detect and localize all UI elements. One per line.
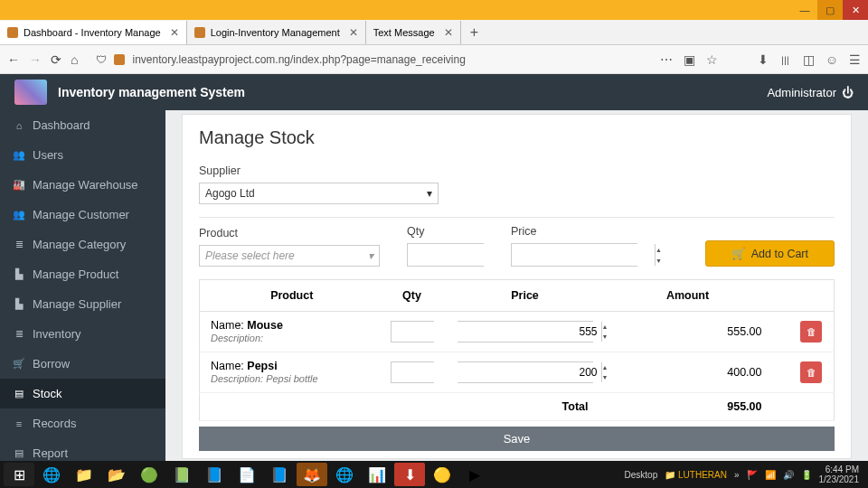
tab-login[interactable]: Login-Inventory Management ✕ [187, 21, 366, 44]
app-header: Inventory management System Administrato… [0, 74, 868, 110]
sidebar-item-stock[interactable]: ▤Stock [0, 379, 165, 408]
sidebar-item-inventory[interactable]: ≣Inventory [0, 319, 165, 349]
taskbar-app-folder[interactable]: 📂 [101, 463, 132, 486]
tray-chevron-icon[interactable]: » [734, 470, 740, 480]
sidebar-item-product[interactable]: ▙Manage Product [0, 259, 165, 289]
qty-label: Qty [407, 225, 511, 238]
window-close-button[interactable]: ✕ [843, 0, 868, 20]
taskbar-app-ie[interactable]: 🌐 [36, 463, 67, 486]
more-icon[interactable]: ⋯ [660, 52, 673, 67]
sidebar-item-supplier[interactable]: ▙Manage Supplier [0, 289, 165, 319]
taskbar-app[interactable]: 🟡 [427, 463, 458, 486]
row-qty-input[interactable]: ▲▼ [391, 361, 434, 383]
logo-icon [14, 80, 47, 105]
qty-input[interactable]: ▲▼ [407, 243, 484, 267]
spinner-up-icon[interactable]: ▲ [602, 322, 609, 332]
taskbar-clock[interactable]: 6:44 PM 1/23/2021 [819, 465, 865, 484]
supplier-icon: ▙ [13, 298, 25, 310]
sidebar-item-records[interactable]: ≡Records [0, 408, 165, 438]
taskbar-app[interactable]: 📄 [231, 463, 262, 486]
taskbar-app-explorer[interactable]: 📁 [69, 463, 99, 486]
product-placeholder: Please select here [205, 249, 295, 262]
taskbar-app-media[interactable]: ▶ [459, 463, 490, 486]
price-input[interactable]: ▲▼ [511, 243, 637, 267]
taskbar-app[interactable]: 🟢 [134, 463, 165, 486]
taskbar-app[interactable]: ⬇ [394, 463, 425, 486]
taskbar-app[interactable]: 📊 [362, 463, 392, 486]
sidebar-item-category[interactable]: ≣Manage Category [0, 230, 165, 259]
add-to-cart-button[interactable]: 🛒 Add to Cart [705, 240, 835, 267]
sidebar-item-warehouse[interactable]: 🏭Manage Warehouse [0, 170, 165, 200]
th-amount: Amount [607, 280, 789, 312]
cart-icon: 🛒 [731, 247, 746, 260]
spinner-up-icon[interactable]: ▲ [656, 244, 662, 255]
reader-icon[interactable]: ▣ [684, 52, 695, 67]
account-icon[interactable]: ☺ [826, 52, 838, 67]
sidebar-item-dashboard[interactable]: ⌂Dashboard [0, 110, 165, 140]
row-desc-label: Description: [211, 333, 263, 343]
tab-dashboard[interactable]: Dashboard - Inventory Manage ✕ [0, 21, 187, 44]
window-titlebar: — ▢ ✕ [0, 0, 868, 20]
price-field[interactable] [512, 244, 655, 266]
forward-button[interactable]: → [29, 52, 42, 67]
sidebar-item-label: Records [33, 417, 76, 430]
address-bar[interactable]: 🛡 inventory.leastpayproject.com.ng/index… [89, 53, 648, 66]
row-name-label: Name: [211, 360, 244, 372]
menu-icon[interactable]: ☰ [849, 52, 861, 67]
taskbar-app[interactable]: 📘 [199, 463, 230, 486]
tab-label: Dashboard - Inventory Manage [24, 27, 161, 38]
window-minimize-button[interactable]: — [792, 0, 817, 20]
tray-icon[interactable]: 🚩 [747, 470, 758, 480]
taskbar-desktop-label[interactable]: Desktop [625, 470, 658, 480]
close-icon[interactable]: ✕ [444, 26, 453, 39]
browser-tabs: Dashboard - Inventory Manage ✕ Login-Inv… [0, 20, 868, 45]
taskbar-running-app[interactable]: LUTHERAN [678, 470, 727, 480]
row-price-input[interactable]: ▲▼ [458, 321, 593, 343]
row-amount: 400.00 [607, 352, 789, 393]
spinner-up-icon[interactable]: ▲ [602, 362, 609, 372]
download-icon[interactable]: ⬇ [758, 52, 769, 67]
th-qty: Qty [381, 280, 444, 312]
taskbar-app-excel[interactable]: 📗 [166, 463, 197, 486]
close-icon[interactable]: ✕ [170, 26, 179, 39]
back-button[interactable]: ← [7, 52, 20, 67]
delete-button[interactable]: 🗑 [800, 321, 822, 343]
records-icon: ≡ [13, 418, 25, 429]
close-icon[interactable]: ✕ [349, 26, 358, 39]
taskbar-app-word[interactable]: 📘 [264, 463, 295, 486]
row-price-field[interactable] [458, 362, 601, 382]
spinner-down-icon[interactable]: ▼ [656, 255, 662, 266]
delete-button[interactable]: 🗑 [800, 361, 822, 383]
tray-network-icon[interactable]: 📶 [765, 470, 776, 480]
supplier-select[interactable]: Agogo Ltd ▾ [199, 183, 439, 204]
product-select[interactable]: Please select here ▾ [199, 245, 380, 267]
star-icon[interactable]: ☆ [706, 52, 718, 67]
th-product: Product [200, 280, 381, 312]
trash-icon: 🗑 [807, 367, 816, 378]
customers-icon: 👥 [13, 209, 25, 221]
tab-text-message[interactable]: Text Message ✕ [366, 21, 461, 44]
start-button[interactable]: ⊞ [4, 463, 34, 486]
sidebar-item-borrow[interactable]: 🛒Borrow [0, 349, 165, 379]
add-cart-label: Add to Cart [751, 248, 808, 260]
reload-button[interactable]: ⟳ [51, 52, 61, 67]
save-button[interactable]: Save [199, 427, 835, 451]
home-button[interactable]: ⌂ [71, 52, 78, 67]
user-menu[interactable]: Administrator ⏻ [767, 86, 854, 99]
row-price-field[interactable] [458, 322, 601, 342]
taskbar-app-chrome[interactable]: 🌐 [329, 463, 360, 486]
stock-table: Product Qty Price Amount Name: Mouse Des… [199, 279, 835, 421]
sidebar-icon[interactable]: ◫ [803, 52, 815, 67]
sidebar-item-customer[interactable]: 👥Manage Customer [0, 200, 165, 230]
sidebar-item-users[interactable]: 👥Users [0, 140, 165, 170]
spinner-down-icon[interactable]: ▼ [602, 372, 609, 382]
tray-volume-icon[interactable]: 🔊 [783, 470, 794, 480]
new-tab-button[interactable]: + [461, 24, 487, 41]
spinner-down-icon[interactable]: ▼ [602, 332, 609, 342]
library-icon[interactable]: ⫼ [779, 52, 792, 67]
taskbar-app-firefox[interactable]: 🦊 [297, 463, 327, 486]
tray-battery-icon[interactable]: 🔋 [801, 470, 812, 480]
window-maximize-button[interactable]: ▢ [817, 0, 843, 20]
row-price-input[interactable]: ▲▼ [458, 361, 593, 383]
row-qty-input[interactable]: ▲▼ [391, 321, 434, 343]
